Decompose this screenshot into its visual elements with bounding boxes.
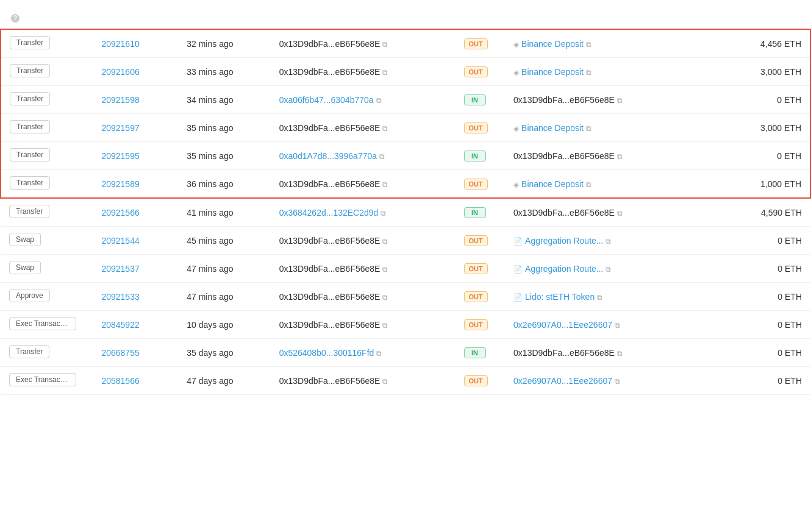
block-link[interactable]: 20921544 [101,236,139,246]
copy-to-icon[interactable]: ⧉ [617,152,623,161]
copy-to-icon[interactable]: ⧉ [586,180,591,189]
block-link[interactable]: 20921589 [101,179,139,189]
method-button[interactable]: Transfer [10,92,50,105]
age-cell: 47 mins ago [178,255,270,283]
contract-icon: 📄 [513,293,523,302]
copy-from-icon[interactable]: ⧉ [382,180,388,189]
amount-cell: 0 ETH [725,311,810,339]
column-header-amount [725,6,810,29]
method-button[interactable]: Transfer [9,345,49,358]
from-address: 0x13D9dbFa...eB6F56e8E [279,179,380,189]
age-cell: 10 days ago [178,311,270,339]
copy-from-icon[interactable]: ⧉ [380,209,386,218]
to-address-link[interactable]: Binance Deposit [521,39,584,49]
copy-to-icon[interactable]: ⧉ [586,68,591,77]
age-cell: 33 mins ago [178,58,270,86]
contract-icon: 📄 [513,237,523,246]
block-link[interactable]: 20921606 [101,67,139,77]
copy-from-icon[interactable]: ⧉ [382,40,388,49]
copy-from-icon[interactable]: ⧉ [382,237,388,246]
table-row: Transfer2092159834 mins ago0xa06f6b47...… [1,86,810,114]
copy-from-icon[interactable]: ⧉ [376,96,382,105]
method-button[interactable]: Transfer [10,36,50,49]
age-cell: 47 days ago [178,367,270,395]
copy-from-icon[interactable]: ⧉ [376,349,382,358]
from-address-link[interactable]: 0x526408b0...300116Ffd [279,348,374,358]
table-row: Transfer2092158936 mins ago0x13D9dbFa...… [1,170,810,199]
to-address-link[interactable]: Aggregation Route... [525,236,603,246]
amount-cell: 0 ETH [725,86,810,114]
direction-badge: OUT [464,179,488,190]
block-link[interactable]: 20921597 [101,123,139,133]
direction-badge: OUT [464,235,488,246]
method-button[interactable]: Transfer [9,205,49,218]
from-address: 0x13D9dbFa...eB6F56e8E [279,264,380,274]
from-address-link[interactable]: 0xa0d1A7d8...3996a770a [279,151,377,161]
block-link[interactable]: 20668755 [101,348,139,358]
method-button[interactable]: Transfer [10,120,50,133]
copy-to-icon[interactable]: ⧉ [586,124,591,133]
copy-from-icon[interactable]: ⧉ [382,377,388,386]
method-button[interactable]: Approve [9,289,50,302]
table-row: Transfer2092161032 mins ago0x13D9dbFa...… [1,29,810,58]
block-link[interactable]: 20581566 [101,376,139,386]
binance-icon: ◈ [513,180,519,189]
method-button[interactable]: Transfer [10,176,50,190]
copy-from-icon[interactable]: ⧉ [379,152,385,161]
block-link[interactable]: 20921610 [101,39,139,49]
column-header-block [93,6,178,29]
copy-to-icon[interactable]: ⧉ [615,377,620,386]
method-button[interactable]: Exec Transacti... [9,373,76,386]
block-link[interactable]: 20921595 [101,151,139,161]
to-address-link[interactable]: 0x2e6907A0...1Eee26607 [513,376,612,386]
age-cell: 32 mins ago [178,29,270,58]
copy-to-icon[interactable]: ⧉ [617,209,623,218]
column-header-dir [456,6,506,29]
method-button[interactable]: Swap [9,233,41,246]
from-address: 0x13D9dbFa...eB6F56e8E [279,236,380,246]
copy-to-icon[interactable]: ⧉ [586,40,591,49]
copy-from-icon[interactable]: ⧉ [382,68,388,77]
from-address: 0x13D9dbFa...eB6F56e8E [279,123,380,133]
block-link[interactable]: 20921598 [101,95,139,105]
copy-to-icon[interactable]: ⧉ [606,265,611,274]
block-link[interactable]: 20921566 [101,208,139,218]
method-button[interactable]: Exec Transacti... [9,317,76,330]
to-address-link[interactable]: Binance Deposit [521,179,584,189]
to-address-link[interactable]: Lido: stETH Token [525,292,595,302]
column-header-age[interactable] [178,6,270,29]
from-address-link[interactable]: 0xa06f6b47...6304b770a [279,95,374,105]
to-address-link[interactable]: 0x2e6907A0...1Eee26607 [513,320,612,330]
block-link[interactable]: 20921533 [101,292,139,302]
to-address-link[interactable]: Binance Deposit [521,67,584,77]
method-info-icon[interactable]: ? [11,14,20,23]
table-row: Transfer2066875535 days ago0x526408b0...… [1,339,810,367]
direction-badge: OUT [464,375,488,386]
method-button[interactable]: Swap [9,261,41,274]
to-address: 0x13D9dbFa...eB6F56e8E [513,151,615,161]
to-address: 0x13D9dbFa...eB6F56e8E [513,95,615,105]
block-link[interactable]: 20845922 [101,320,139,330]
age-cell: 35 mins ago [178,114,270,142]
age-cell: 41 mins ago [178,198,270,227]
copy-from-icon[interactable]: ⧉ [382,124,388,133]
copy-to-icon[interactable]: ⧉ [617,96,623,105]
to-address-link[interactable]: Aggregation Route... [525,264,603,274]
copy-to-icon[interactable]: ⧉ [615,321,620,330]
method-button[interactable]: Transfer [10,64,50,77]
direction-badge: OUT [464,319,488,330]
from-address-link[interactable]: 0x3684262d...132EC2d9d [279,208,379,218]
amount-cell: 4,456 ETH [725,29,810,58]
to-address-link[interactable]: Binance Deposit [521,123,584,133]
block-link[interactable]: 20921537 [101,264,139,274]
from-address: 0x13D9dbFa...eB6F56e8E [279,292,380,302]
method-button[interactable]: Transfer [10,148,50,161]
copy-from-icon[interactable]: ⧉ [382,321,388,330]
copy-to-icon[interactable]: ⧉ [597,293,602,302]
contract-icon: 📄 [513,265,523,274]
copy-from-icon[interactable]: ⧉ [382,265,388,274]
copy-to-icon[interactable]: ⧉ [617,349,623,358]
from-address: 0x13D9dbFa...eB6F56e8E [279,39,380,49]
copy-to-icon[interactable]: ⧉ [606,237,611,246]
copy-from-icon[interactable]: ⧉ [382,293,388,302]
